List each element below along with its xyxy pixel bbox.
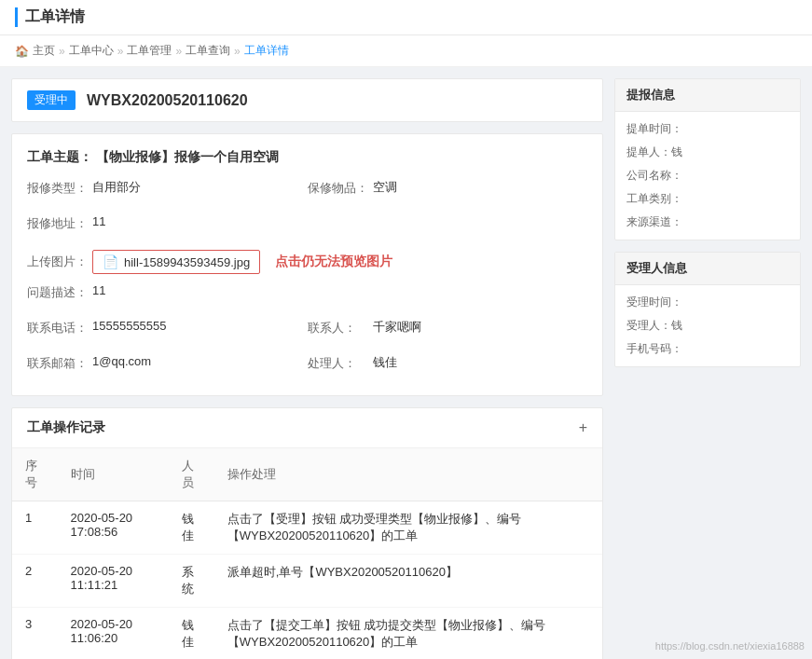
- order-header: 受理中 WYBX20200520110620: [11, 78, 603, 122]
- image-filename: hill-1589943593459.jpg: [124, 255, 250, 269]
- handler-row: 处理人： 钱佳: [308, 354, 588, 380]
- mobile-row: 手机号码：: [626, 341, 789, 357]
- company-label: 公司名称：: [626, 168, 682, 184]
- image-label: 上传图片：: [27, 250, 92, 270]
- cell-seq: 2: [12, 555, 58, 608]
- col-action: 操作处理: [214, 448, 602, 501]
- phone-value: 15555555555: [92, 319, 308, 333]
- order-type-row: 工单类别：: [626, 191, 789, 207]
- operation-header: 工单操作记录 +: [12, 408, 602, 448]
- submit-info-title: 提报信息: [615, 79, 800, 112]
- repair-type-row: 报修类型： 自用部分: [27, 179, 308, 205]
- breadcrumb-workquery[interactable]: 工单查询: [186, 43, 230, 59]
- acceptor-row: 受理人：钱: [626, 318, 789, 334]
- sep4: »: [234, 45, 241, 58]
- form-grid: 报修类型： 自用部分 保修物品： 空调 报修地址： 11 上传图片：: [27, 179, 587, 380]
- email-value: 1@qq.com: [92, 354, 308, 368]
- sep3: »: [175, 45, 182, 58]
- watermark: https://blog.csdn.net/xiexia16888: [655, 640, 805, 652]
- operation-title: 工单操作记录: [27, 419, 105, 436]
- handler-value: 钱佳: [373, 354, 588, 371]
- table-body: 1 2020-05-20 17:08:56 钱佳 点击了【受理】按钮 成功受理类…: [12, 501, 602, 660]
- col-seq: 序号: [12, 448, 58, 501]
- accept-time-value: [682, 295, 789, 310]
- operation-card: 工单操作记录 + 序号 时间 人员 操作处理 1 2020-05-20 17:0…: [11, 407, 603, 659]
- submitter-label: 提单人：钱: [626, 144, 682, 160]
- mobile-value: [682, 341, 789, 357]
- submitter-row: 提单人：钱: [626, 144, 789, 160]
- table-head: 序号 时间 人员 操作处理: [12, 448, 602, 501]
- order-type-label: 工单类别：: [626, 191, 682, 207]
- breadcrumb: 🏠 主页 » 工单中心 » 工单管理 » 工单查询 » 工单详情: [0, 35, 812, 67]
- address-value: 11: [92, 214, 308, 228]
- handler-label: 处理人：: [308, 354, 373, 372]
- home-icon: 🏠: [15, 45, 29, 58]
- cell-time: 2020-05-20 11:11:21: [58, 555, 170, 608]
- cell-time: 2020-05-20 17:08:56: [58, 501, 170, 555]
- breadcrumb-workcenter[interactable]: 工单中心: [69, 43, 114, 59]
- image-row: 上传图片： 📄 hill-1589943593459.jpg 点击仍无法预览图片: [27, 250, 587, 274]
- detail-card: 工单主题： 【物业报修】报修一个自用空调 报修类型： 自用部分 保修物品： 空调…: [11, 133, 603, 396]
- subject-value: 【物业报修】报修一个自用空调: [96, 149, 279, 164]
- address-empty: [308, 214, 588, 240]
- source-row: 来源渠道：: [626, 214, 789, 230]
- image-hint: 点击仍无法预览图片: [275, 254, 392, 270]
- table-row: 3 2020-05-20 11:06:20 钱佳 点击了【提交工单】按钮 成功提…: [12, 608, 602, 660]
- table-row: 2 2020-05-20 11:11:21 系统 派单超时,单号【WYBX202…: [12, 555, 602, 608]
- breadcrumb-home[interactable]: 主页: [33, 43, 55, 59]
- submit-time-value: [682, 121, 789, 137]
- description-label: 问题描述：: [27, 283, 92, 301]
- table-header-row: 序号 时间 人员 操作处理: [12, 448, 602, 501]
- image-file-box[interactable]: 📄 hill-1589943593459.jpg: [92, 250, 260, 274]
- sep1: »: [59, 45, 65, 58]
- repair-type-value: 自用部分: [92, 179, 308, 196]
- phone-row: 联系电话： 15555555555: [27, 319, 308, 345]
- description-row: 问题描述： 11: [27, 283, 587, 309]
- cell-person: 系统: [169, 555, 214, 608]
- cell-time: 2020-05-20 11:06:20: [58, 608, 170, 660]
- operation-table: 序号 时间 人员 操作处理 1 2020-05-20 17:08:56 钱佳 点…: [12, 448, 602, 659]
- subject-row: 工单主题： 【物业报修】报修一个自用空调: [27, 149, 587, 166]
- add-log-button[interactable]: +: [579, 419, 587, 436]
- phone-label: 联系电话：: [27, 319, 92, 336]
- order-number: WYBX20200520110620: [87, 92, 248, 109]
- accept-time-label: 受理时间：: [626, 295, 682, 310]
- breadcrumb-workmanage[interactable]: 工单管理: [127, 43, 172, 59]
- email-label: 联系邮箱：: [27, 354, 92, 372]
- accept-info-body: 受理时间： 受理人：钱 手机号码：: [615, 285, 800, 366]
- cell-person: 钱佳: [169, 608, 214, 660]
- description-value: 11: [92, 283, 587, 297]
- col-time: 时间: [58, 448, 170, 501]
- cell-action: 派单超时,单号【WYBX20200520110620】: [214, 555, 602, 608]
- cell-seq: 3: [12, 608, 58, 660]
- cell-seq: 1: [12, 501, 58, 555]
- email-row: 联系邮箱： 1@qq.com: [27, 354, 308, 380]
- status-badge: 受理中: [27, 90, 76, 110]
- accept-info-card: 受理人信息 受理时间： 受理人：钱 手机号码：: [614, 252, 801, 367]
- submit-time-row: 提单时间：: [626, 121, 789, 137]
- repair-type-label: 报修类型：: [27, 179, 92, 197]
- table-row: 1 2020-05-20 17:08:56 钱佳 点击了【受理】按钮 成功受理类…: [12, 501, 602, 555]
- company-row: 公司名称：: [626, 168, 789, 184]
- submitter-value: [682, 144, 789, 160]
- acceptor-label: 受理人：钱: [626, 318, 682, 334]
- main-layout: 受理中 WYBX20200520110620 工单主题： 【物业报修】报修一个自…: [0, 67, 812, 659]
- mobile-label: 手机号码：: [626, 341, 682, 357]
- submit-info-card: 提报信息 提单时间： 提单人：钱 公司名称： 工单类别：: [614, 78, 801, 240]
- source-value: [682, 214, 789, 230]
- breadcrumb-current: 工单详情: [244, 43, 289, 59]
- submit-time-label: 提单时间：: [626, 121, 682, 137]
- cell-action: 点击了【受理】按钮 成功受理类型【物业报修】、编号【WYBX2020052011…: [214, 501, 602, 555]
- file-icon: 📄: [103, 254, 118, 269]
- warranty-item-row: 保修物品： 空调: [308, 179, 588, 205]
- contact-row: 联系人： 千家嗯啊: [308, 319, 588, 345]
- contact-value: 千家嗯啊: [373, 319, 588, 336]
- address-label: 报修地址：: [27, 214, 92, 232]
- accept-info-title: 受理人信息: [615, 253, 800, 285]
- left-panel: 受理中 WYBX20200520110620 工单主题： 【物业报修】报修一个自…: [11, 78, 603, 659]
- right-panel: 提报信息 提单时间： 提单人：钱 公司名称： 工单类别：: [614, 78, 801, 378]
- company-value: [682, 168, 789, 184]
- page-title: 工单详情: [15, 7, 85, 27]
- col-person: 人员: [169, 448, 214, 501]
- submit-info-body: 提单时间： 提单人：钱 公司名称： 工单类别： 来源渠道：: [615, 112, 800, 240]
